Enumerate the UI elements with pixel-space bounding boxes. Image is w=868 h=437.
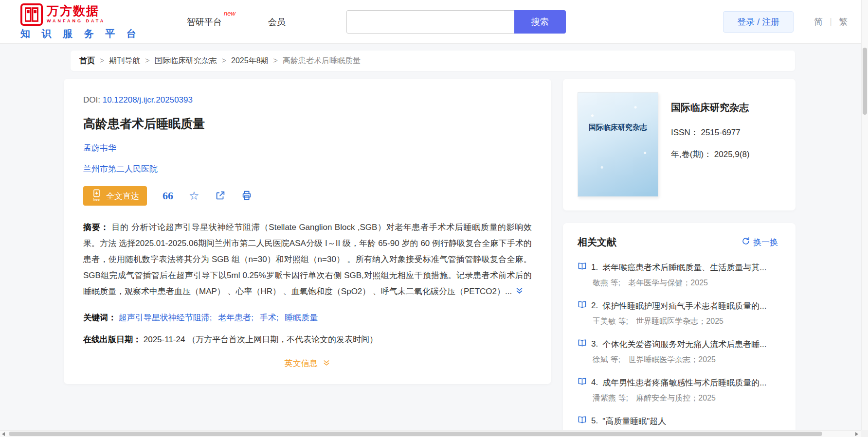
journal-volume: 年,卷(期)： 2025,9(8) xyxy=(671,149,750,160)
favorite-button[interactable]: ☆ xyxy=(189,190,199,202)
related-item-title[interactable]: 成年男性患者疼痛敏感性与术后睡眠质量的... xyxy=(602,377,766,388)
book-icon xyxy=(578,262,587,273)
related-item-authors: 潘紫燕 等; xyxy=(593,394,628,402)
related-item-source: 世界睡眠医学杂志；2025 xyxy=(628,355,716,364)
top-nav: 智研平台 new 会员 xyxy=(187,16,286,28)
lang-traditional[interactable]: 繁 xyxy=(839,16,848,28)
journal-card: 国际临床研究杂志 国际临床研究杂志 ISSN： 2515-6977 年,卷(期)… xyxy=(563,79,796,210)
share-button[interactable] xyxy=(215,190,226,202)
doi-line: DOI: 10.12208/j.ijcr.20250393 xyxy=(83,95,532,105)
fulltext-download-icon: free xyxy=(91,189,102,203)
publish-note: （万方平台首次上网日期，不代表论文的发表时间） xyxy=(187,335,378,344)
publish-date: 2025-11-24 xyxy=(144,335,185,344)
refresh-related-button[interactable]: 换一换 xyxy=(739,236,781,248)
scroll-right-arrow[interactable] xyxy=(855,432,858,436)
nav-item-zhiyan[interactable]: 智研平台 new xyxy=(187,16,222,28)
doi-link[interactable]: 10.12208/j.ijcr.20250393 xyxy=(103,95,193,105)
article-title: 高龄患者术后睡眠质量 xyxy=(83,116,532,132)
volume-label: 年,卷(期)： xyxy=(671,150,712,159)
fulltext-button[interactable]: free 全文直达 xyxy=(83,186,147,206)
keywords-line: 关键词： 超声引导星状神经节阻滞; 老年患者; 手术; 睡眠质量 xyxy=(83,312,532,323)
publish-line: 在线出版日期： 2025-11-24 （万方平台首次上网日期，不代表论文的发表时… xyxy=(83,334,532,345)
vertical-scrollbar-thumb[interactable] xyxy=(863,48,867,115)
language-switch: 简 | 繁 xyxy=(814,16,848,28)
related-item-source: 麻醉安全与质控；2025 xyxy=(636,394,716,402)
english-info-toggle[interactable]: 英文信息 xyxy=(285,359,318,368)
related-item-number: 2. xyxy=(591,301,598,311)
related-item: 2. 保护性睡眠护理对疝气手术患者睡眠质量的... 王美敏 等; 世界睡眠医学杂… xyxy=(578,300,781,327)
breadcrumb-issue[interactable]: 2025年8期 xyxy=(231,56,269,66)
scrollbar-corner xyxy=(861,430,868,437)
keyword-link[interactable]: 手术; xyxy=(260,313,279,322)
related-item-title[interactable]: 保护性睡眠护理对疝气手术患者睡眠质量的... xyxy=(602,300,766,312)
related-literature-card: 相关文献 换一换 xyxy=(563,223,796,437)
breadcrumb-separator: > xyxy=(222,56,226,65)
brand-subtitle: 知 识 服 务 平 台 xyxy=(20,27,141,40)
horizontal-scrollbar-thumb[interactable] xyxy=(9,432,822,436)
breadcrumb-journal[interactable]: 国际临床研究杂志 xyxy=(155,56,217,66)
related-item: 3. 个体化关爱咨询服务对无痛人流术后患者睡... 徐斌 等; 世界睡眠医学杂志… xyxy=(578,338,781,365)
cite-button[interactable]: 66 xyxy=(163,191,173,201)
breadcrumb-journal-nav[interactable]: 期刊导航 xyxy=(109,56,140,66)
affiliation-line: 兰州市第二人民医院 xyxy=(83,163,532,175)
journal-name: 国际临床研究杂志 xyxy=(671,101,750,114)
publish-label: 在线出版日期： xyxy=(83,335,141,344)
issn-value: 2515-6977 xyxy=(701,128,740,137)
related-item-source: 世界睡眠医学杂志；2025 xyxy=(636,317,723,325)
right-column: 国际临床研究杂志 国际临床研究杂志 ISSN： 2515-6977 年,卷(期)… xyxy=(563,79,796,437)
breadcrumb: 首页 > 期刊导航 > 国际临床研究杂志 > 2025年8期 > 高龄患者术后睡… xyxy=(71,51,795,71)
search-button[interactable]: 搜索 xyxy=(514,10,566,34)
page-content: DOI: 10.12208/j.ijcr.20250393 高龄患者术后睡眠质量… xyxy=(64,79,796,437)
new-badge: new xyxy=(224,10,235,17)
refresh-label: 换一换 xyxy=(753,237,778,248)
volume-value: 2025,9(8) xyxy=(714,150,750,159)
related-header: 相关文献 换一换 xyxy=(578,236,781,249)
journal-info: 国际临床研究杂志 ISSN： 2515-6977 年,卷(期)： 2025,9(… xyxy=(671,92,750,197)
issn-label: ISSN： xyxy=(671,128,699,137)
related-item: 1. 老年喉癌患者术后睡眠质量、生活质量与其... 敬燕 等; 老年医学与保健；… xyxy=(578,262,781,288)
login-register-button[interactable]: 登录 / 注册 xyxy=(723,11,794,33)
breadcrumb-home[interactable]: 首页 xyxy=(79,56,95,66)
related-item-number: 4. xyxy=(591,378,598,387)
journal-cover[interactable]: 国际临床研究杂志 xyxy=(578,92,658,197)
free-badge: free xyxy=(93,198,100,202)
doi-label: DOI: xyxy=(83,95,100,105)
related-item-authors: 徐斌 等; xyxy=(593,355,620,364)
author-link[interactable]: 孟蔚韦华 xyxy=(83,143,116,153)
related-item: 5. "高质量睡眠"超人 xyxy=(578,415,781,427)
nav-item-member[interactable]: 会员 xyxy=(268,16,286,28)
keyword-link[interactable]: 老年患者; xyxy=(218,313,253,322)
related-item-title[interactable]: 个体化关爱咨询服务对无痛人流术后患者睡... xyxy=(602,339,766,350)
related-item-title[interactable]: "高质量睡眠"超人 xyxy=(602,416,666,427)
abstract: 摘要： 目的 分析讨论超声引导星状神经节阻滞（Stellate Ganglion… xyxy=(83,219,532,300)
refresh-icon xyxy=(741,237,750,248)
keyword-link[interactable]: 睡眠质量 xyxy=(285,313,318,322)
search-input[interactable] xyxy=(346,10,514,34)
wanfang-logo[interactable]: 万方数据 WANFANG DATA 知 识 服 务 平 台 xyxy=(20,3,141,40)
lang-divider: | xyxy=(830,17,832,27)
related-title: 相关文献 xyxy=(578,236,616,249)
print-button[interactable] xyxy=(241,190,252,202)
abstract-text: 目的 分析讨论超声引导星状神经节阻滞（Stellate Ganglion Blo… xyxy=(83,223,532,296)
journal-cover-title: 国际临床研究杂志 xyxy=(589,123,647,196)
keywords-label: 关键词： xyxy=(83,313,116,322)
affiliation-link[interactable]: 兰州市第二人民医院 xyxy=(83,164,158,174)
journal-issn: ISSN： 2515-6977 xyxy=(671,127,750,138)
article-actions: free 全文直达 66 ☆ xyxy=(83,186,532,206)
related-item-source: 老年医学与保健；2025 xyxy=(628,279,708,287)
brand-name-en: WANFANG DATA xyxy=(47,18,105,23)
related-item-number: 1. xyxy=(591,262,598,272)
author-line: 孟蔚韦华 xyxy=(83,142,532,154)
related-item-title[interactable]: 老年喉癌患者术后睡眠质量、生活质量与其... xyxy=(602,262,766,273)
vertical-scrollbar[interactable] xyxy=(861,0,868,430)
scroll-left-arrow[interactable] xyxy=(2,432,5,436)
header-right: 登录 / 注册 简 | 繁 xyxy=(723,11,848,33)
expand-abstract-icon[interactable] xyxy=(515,284,524,300)
breadcrumb-separator: > xyxy=(100,56,104,65)
lang-simplified[interactable]: 简 xyxy=(814,16,823,28)
horizontal-scrollbar[interactable] xyxy=(0,430,868,437)
book-icon xyxy=(578,300,587,312)
keyword-link[interactable]: 超声引导星状神经节阻滞; xyxy=(119,313,212,322)
fulltext-label: 全文直达 xyxy=(106,191,139,202)
star-icon: ☆ xyxy=(189,190,199,202)
